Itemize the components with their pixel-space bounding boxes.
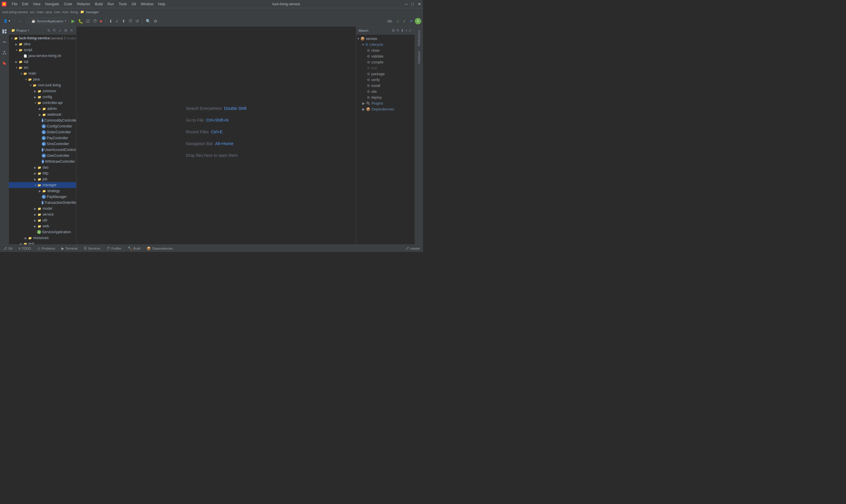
tree-common[interactable]: ▶ 📁 common [9, 88, 76, 94]
breadcrumb-manager[interactable]: manager [86, 10, 99, 14]
tree-idea[interactable]: ▶ 📁 idea [9, 41, 76, 47]
git-revert-button[interactable]: ↺ [134, 18, 140, 24]
sidebar-item-project[interactable] [1, 28, 8, 35]
hint-goto-shortcut[interactable]: Ctrl+Shift+N [206, 118, 228, 123]
sidebar-item-structure[interactable] [1, 49, 8, 56]
menu-edit[interactable]: Edit [20, 1, 31, 7]
status-problems-tab[interactable]: ⚠ Problems [34, 245, 58, 252]
tree-com-luck-living[interactable]: ▾ 📂 com.luck.living [9, 82, 76, 88]
maven-phase-package[interactable]: ⚙ package [356, 71, 415, 77]
search-button[interactable]: 🔍 [145, 18, 151, 24]
maven-add-icon[interactable]: + [404, 28, 408, 33]
tree-java[interactable]: ▾ 📂 java [9, 76, 76, 82]
menu-view[interactable]: View [31, 1, 43, 7]
tree-job[interactable]: ▶ 📁 job [9, 176, 76, 182]
settings-button[interactable]: ⚙ [153, 18, 158, 24]
tree-strategy[interactable]: ▶ 📁 strategy [9, 188, 76, 194]
debug-button[interactable]: 🐛 [77, 18, 84, 24]
tree-sql[interactable]: ▶ 📁 sql [9, 59, 76, 65]
tree-src[interactable]: ▾ 📂 src [9, 65, 76, 71]
status-services-tab[interactable]: ☰ Services [81, 245, 104, 252]
tree-service[interactable]: ▶ 📁 service [9, 212, 76, 217]
maven-phase-validate[interactable]: ⚙ validate [356, 53, 415, 59]
menu-code[interactable]: Code [61, 1, 75, 7]
git-push-button[interactable]: ⬆ [121, 18, 126, 24]
breadcrumb-src[interactable]: src [30, 10, 34, 14]
hint-search-shortcut[interactable]: Double Shift [224, 106, 247, 111]
tree-config-ctrl[interactable]: C ConfigController [9, 123, 76, 129]
status-build-tab[interactable]: 🔨 Build [125, 245, 144, 252]
close-panel-icon[interactable]: ✕ [69, 28, 74, 33]
coverage-button[interactable]: ☑ [85, 18, 91, 24]
avatar-icon[interactable]: U [415, 18, 421, 24]
menu-help[interactable]: Help [156, 1, 168, 7]
maven-refresh-icon[interactable]: ↻ [396, 28, 400, 33]
tree-commodity-ctrl[interactable]: C CommodityController [9, 118, 76, 123]
tree-http[interactable]: ▶ 📁 http [9, 170, 76, 176]
git-history-button[interactable]: ⏱ [127, 18, 133, 24]
status-git-tab[interactable]: ⎇ Git [0, 245, 16, 252]
back-button[interactable]: ← [17, 18, 24, 24]
maven-settings-icon[interactable]: ⚙ [391, 28, 396, 33]
maximize-button[interactable]: □ [411, 2, 415, 6]
run-configuration[interactable]: ☕ ServiceApplication ▾ [29, 18, 69, 24]
tree-order-ctrl[interactable]: C OrderController [9, 129, 76, 135]
branch-info[interactable]: ⎇ master [405, 247, 420, 250]
tree-controller-api[interactable]: ▾ 📂 controller.api [9, 100, 76, 106]
expand-icon[interactable]: ⤢ [58, 28, 62, 33]
run-button[interactable]: ▶ [70, 18, 76, 24]
tree-script-sh[interactable]: 📄 java-service-living.sh [9, 53, 76, 59]
tree-util[interactable]: ▶ 📁 util [9, 217, 76, 223]
hint-recent-shortcut[interactable]: Ctrl+E [211, 129, 223, 134]
tree-sms-ctrl[interactable]: C SmsController [9, 141, 76, 147]
breadcrumb-root[interactable]: luck-living-service [2, 10, 28, 14]
maven-lifecycle[interactable]: ▾ ⚙ Lifecycle [356, 42, 415, 48]
maven-dependencies[interactable]: ▶ 📦 Dependencies [356, 106, 415, 112]
maven-phase-install[interactable]: ⚙ install [356, 83, 415, 89]
profile-run-button[interactable]: ⏱ [92, 18, 98, 24]
tree-admin[interactable]: ▶ 📁 admin [9, 106, 76, 112]
tree-resources[interactable]: ▶ 📁 resources [9, 235, 76, 241]
tree-pay-manager[interactable]: C PayManager [9, 194, 76, 200]
maven-download-icon[interactable]: ⬇ [400, 28, 404, 33]
notifications-tab[interactable]: Notifications [417, 28, 421, 48]
tree-dao[interactable]: ▶ 📁 dao [9, 164, 76, 170]
menu-file[interactable]: File [10, 1, 20, 7]
tree-web[interactable]: ▶ 📁 web [9, 223, 76, 229]
tree-model[interactable]: ▶ 📁 model [9, 205, 76, 212]
tree-root[interactable]: ▾ 📁 luck-living-service [service] E:\cod… [9, 35, 76, 41]
menu-navigate[interactable]: Navigate [43, 1, 61, 7]
sync-icon[interactable]: ↻ [47, 28, 51, 33]
maven-service-root[interactable]: ▾ 📦 service [356, 36, 415, 42]
maven-expand-icon[interactable]: ⤢ [408, 28, 412, 33]
tree-transaction-manager[interactable]: C TransactionOrderManager [9, 200, 76, 205]
menu-git[interactable]: Git [129, 1, 138, 7]
menu-refactor[interactable]: Refactor [75, 1, 92, 7]
breadcrumb-main[interactable]: main [37, 10, 44, 14]
minimize-button[interactable]: ─ [405, 2, 409, 6]
git-commit-button[interactable]: ✓ [114, 18, 120, 24]
tree-main[interactable]: ▾ 📂 main [9, 71, 76, 76]
git-update-button[interactable]: ⬇ [108, 18, 113, 24]
stop-button[interactable]: ■ [99, 18, 103, 24]
tree-webhook[interactable]: ▶ 📁 webhook [9, 112, 76, 118]
maven-phase-test[interactable]: ⚙ test [356, 65, 415, 71]
hint-navbar-shortcut[interactable]: Alt+Home [215, 141, 234, 146]
tree-withdraw-ctrl[interactable]: C WithdrawController [9, 159, 76, 164]
tree-user-ctrl[interactable]: C UserController [9, 153, 76, 159]
maven-plugins[interactable]: ▶ 🔌 Plugins [356, 101, 415, 106]
status-profiler-tab[interactable]: ⏱ Profiler [104, 245, 125, 252]
breadcrumb-java[interactable]: java [46, 10, 52, 14]
menu-run[interactable]: Run [105, 1, 116, 7]
menu-window[interactable]: Window [138, 1, 156, 7]
maven-phase-site[interactable]: ⚙ site [356, 89, 415, 94]
breadcrumb-luck[interactable]: luck [62, 10, 69, 14]
tree-service-app[interactable]: S ServiceApplication [9, 229, 76, 235]
breadcrumb-living[interactable]: living [71, 10, 78, 14]
settings-icon[interactable]: ⚙ [64, 28, 68, 33]
maven-phase-clean[interactable]: ⚙ clean [356, 48, 415, 53]
menu-tools[interactable]: Tools [116, 1, 129, 7]
profile-button[interactable]: 👤 ▾ [2, 18, 12, 24]
breadcrumb-com[interactable]: com [54, 10, 60, 14]
maven-phase-deploy[interactable]: ⚙ deploy [356, 94, 415, 101]
